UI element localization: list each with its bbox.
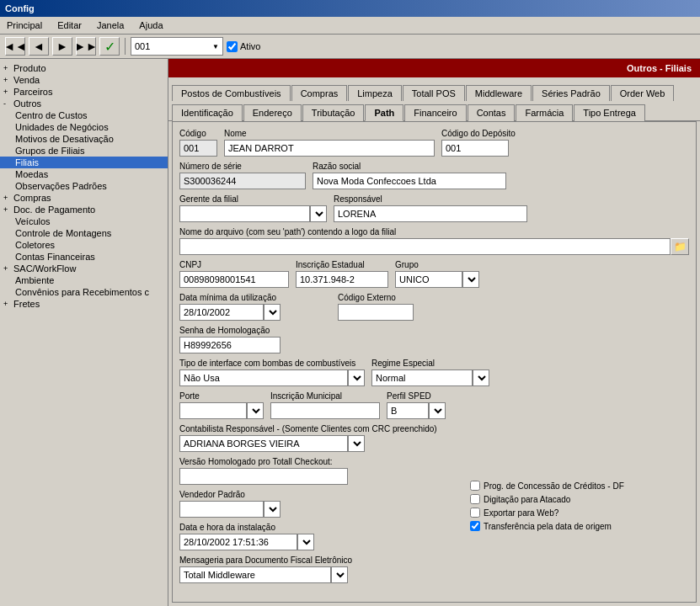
input-versao[interactable] xyxy=(179,468,348,485)
input-cnpj[interactable] xyxy=(179,271,289,288)
browse-button[interactable]: 📁 xyxy=(671,238,689,255)
group-senha-homologacao: Senha de Homologação xyxy=(179,326,689,354)
tab-compras[interactable]: Compras xyxy=(291,85,348,101)
sidebar-item-centro-custos[interactable]: Centro de Custos xyxy=(0,109,168,121)
tab-contas[interactable]: Contas xyxy=(468,104,516,121)
select-gerente[interactable]: ▼ xyxy=(310,205,327,222)
input-vendedor[interactable] xyxy=(179,501,264,518)
btn-last[interactable]: ►► xyxy=(76,37,96,56)
input-regime-especial[interactable] xyxy=(371,369,473,386)
select-tipo-interface[interactable]: ▼ xyxy=(348,369,365,386)
sidebar-item-observacoes[interactable]: Observações Padrões xyxy=(0,180,168,192)
input-contabilista[interactable] xyxy=(179,435,348,452)
input-responsavel[interactable] xyxy=(334,205,527,222)
sidebar-item-filiais[interactable]: Filiais xyxy=(0,157,168,168)
select-data-hora[interactable]: ▼ xyxy=(297,534,314,550)
input-gerente[interactable] xyxy=(179,205,310,222)
tab-totall-pos[interactable]: Totall POS xyxy=(403,85,465,101)
sidebar-item-outros[interactable]: - Outros xyxy=(0,98,168,109)
input-perfil-sped[interactable] xyxy=(387,402,429,419)
sidebar-item-controle-montagens[interactable]: Controle de Montagens xyxy=(0,227,168,239)
sidebar-item-veiculos[interactable]: Veículos xyxy=(0,215,168,227)
input-data-hora[interactable] xyxy=(179,534,297,550)
sidebar-item-compras[interactable]: + Compras xyxy=(0,192,168,204)
sidebar-item-motivos[interactable]: Motivos de Desativação xyxy=(0,133,168,145)
input-codigo[interactable] xyxy=(179,140,217,157)
ativo-checkbox[interactable] xyxy=(227,41,238,52)
btn-confirm[interactable]: ✓ xyxy=(99,37,120,56)
sidebar-item-parceiros[interactable]: + Parceiros xyxy=(0,86,168,98)
tab-path[interactable]: Path xyxy=(365,104,403,121)
sidebar-item-contas-financeiras[interactable]: Contas Financeiras xyxy=(0,251,168,263)
input-nome[interactable] xyxy=(224,140,435,157)
tab-postos[interactable]: Postos de Combustíveis xyxy=(172,85,291,101)
tab-middleware[interactable]: Middleware xyxy=(466,85,532,101)
input-mensageria[interactable] xyxy=(179,566,331,583)
tab-order-web[interactable]: Order Web xyxy=(611,85,675,101)
input-inscricao-estadual[interactable] xyxy=(296,271,388,288)
tab-limpeza[interactable]: Limpeza xyxy=(348,85,402,101)
sidebar-item-doc-pagamento[interactable]: + Doc. de Pagamento xyxy=(0,204,168,215)
input-porte[interactable] xyxy=(179,402,247,419)
label-codigo-externo: Código Externo xyxy=(338,293,414,302)
input-tipo-interface[interactable] xyxy=(179,369,348,386)
tab-financeiro[interactable]: Financeiro xyxy=(404,104,466,121)
input-inscricao-municipal[interactable] xyxy=(270,402,380,419)
btn-next[interactable]: ► xyxy=(52,37,72,56)
sidebar-item-convenios[interactable]: Convênios para Recebimentos c xyxy=(0,286,168,298)
sidebar-item-moedas[interactable]: Moedas xyxy=(0,168,168,180)
input-exportar-web[interactable] xyxy=(470,508,480,518)
input-codigo-externo[interactable] xyxy=(338,304,414,321)
select-data-minima[interactable]: ▼ xyxy=(264,304,281,321)
sidebar-item-venda[interactable]: + Venda xyxy=(0,74,168,86)
select-regime-especial[interactable]: ▼ xyxy=(473,369,489,386)
btn-first[interactable]: ◄◄ xyxy=(5,37,25,56)
sidebar-item-sac[interactable]: + SAC/WorkFlow xyxy=(0,263,168,274)
label-vendedor: Vendedor Padrão xyxy=(179,490,463,499)
sidebar-item-label: Grupos de Filiais xyxy=(15,146,85,156)
menu-janela[interactable]: Janela xyxy=(94,19,127,32)
sidebar-item-ambiente[interactable]: Ambiente xyxy=(0,274,168,286)
group-contabilista: Contabilista Responsável - (Somente Clie… xyxy=(179,424,689,452)
menu-editar[interactable]: Editar xyxy=(54,19,85,32)
input-codigo-deposito[interactable] xyxy=(441,140,509,157)
ativo-checkbox-label[interactable]: Ativo xyxy=(227,41,260,52)
input-logo[interactable] xyxy=(179,238,671,255)
input-razao-social[interactable] xyxy=(313,173,506,189)
title-bar: Config xyxy=(0,0,700,17)
input-digitacao-atacado[interactable] xyxy=(470,494,480,504)
input-numero-serie[interactable] xyxy=(179,173,306,189)
select-grupo[interactable]: ▼ xyxy=(462,271,479,288)
sidebar-item-grupos-filiais[interactable]: Grupos de Filiais xyxy=(0,145,168,157)
input-transferencia[interactable] xyxy=(470,521,480,531)
tab-farmacia[interactable]: Farmácia xyxy=(516,104,573,121)
sidebar-item-fretes[interactable]: + Fretes xyxy=(0,298,168,310)
tab-series-padrao[interactable]: Séries Padrão xyxy=(532,85,610,101)
select-porte[interactable]: ▼ xyxy=(247,402,264,419)
sidebar-item-label: Observações Padrões xyxy=(15,181,107,191)
input-prog-concessao[interactable] xyxy=(470,481,480,491)
input-data-minima[interactable] xyxy=(179,304,264,321)
menu-ajuda[interactable]: Ajuda xyxy=(136,19,166,32)
row-codigo-nome: Código Nome Código do Depósito xyxy=(179,129,689,157)
input-senha-homologacao[interactable] xyxy=(179,337,281,354)
sidebar-item-produto[interactable]: + Produto xyxy=(0,62,168,74)
input-grupo[interactable] xyxy=(395,271,462,288)
btn-prev[interactable]: ◄ xyxy=(29,37,49,56)
group-codigo: Código xyxy=(179,129,217,157)
tab-identificacao[interactable]: Identificação xyxy=(172,104,243,121)
select-perfil-sped[interactable]: ▼ xyxy=(429,402,446,419)
menu-principal[interactable]: Principal xyxy=(3,19,45,32)
tab-tributacao[interactable]: Tributação xyxy=(302,104,365,121)
sidebar-item-label: Filiais xyxy=(15,157,39,167)
select-contabilista[interactable]: ▼ xyxy=(348,435,365,452)
select-vendedor[interactable]: ▼ xyxy=(264,501,281,518)
tab-tipo-entrega[interactable]: Tipo Entrega xyxy=(574,104,645,121)
select-mensageria[interactable]: ▼ xyxy=(331,566,348,583)
record-selector[interactable]: 001 ▼ xyxy=(131,37,223,56)
tab-endereco[interactable]: Endereço xyxy=(243,104,302,121)
expand-icon: - xyxy=(3,99,12,108)
group-data-hora: Data e hora da instalação ▼ xyxy=(179,523,463,550)
sidebar-item-coletores[interactable]: Coletores xyxy=(0,239,168,251)
sidebar-item-unidades-negocios[interactable]: Unidades de Negócios xyxy=(0,121,168,133)
